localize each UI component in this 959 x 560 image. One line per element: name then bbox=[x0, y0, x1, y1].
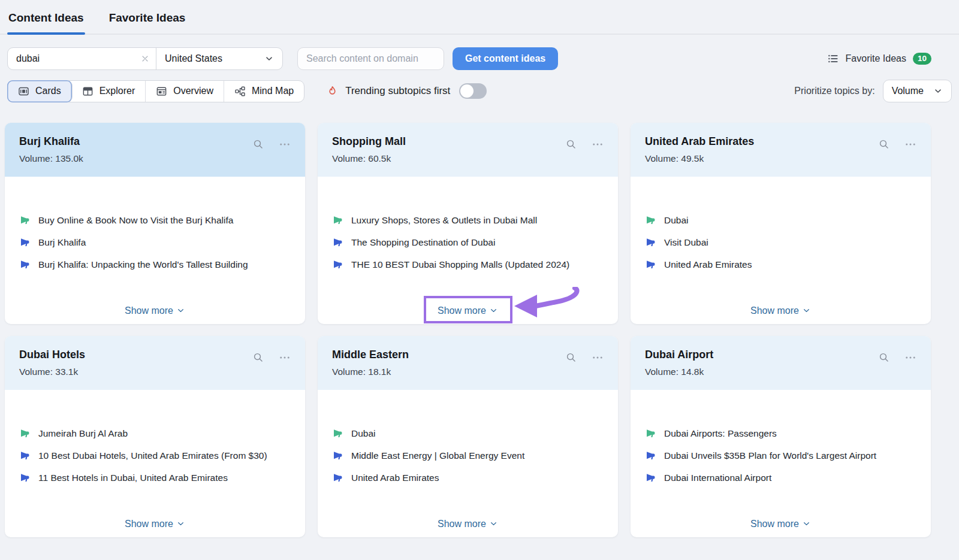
search-icon[interactable] bbox=[879, 139, 890, 150]
headline-text: Burj Khalifa: Unpacking the World's Tall… bbox=[38, 258, 248, 271]
headline-item[interactable]: Burj Khalifa: Unpacking the World's Tall… bbox=[19, 258, 291, 271]
headline-item[interactable]: Burj Khalifa bbox=[19, 236, 291, 249]
headline-item[interactable]: Dubai Airports: Passengers bbox=[645, 427, 916, 440]
view-cards-label: Cards bbox=[35, 86, 61, 96]
show-more-link[interactable]: Show more bbox=[631, 519, 931, 529]
mindmap-view-icon bbox=[234, 86, 246, 97]
favorites-list-icon bbox=[827, 53, 839, 65]
megaphone-icon bbox=[19, 450, 30, 461]
megaphone-icon bbox=[19, 215, 30, 226]
view-overview[interactable]: Overview bbox=[146, 81, 224, 102]
search-icon[interactable] bbox=[566, 352, 577, 364]
cards-view-icon bbox=[18, 86, 29, 97]
headline-text: Luxury Shops, Stores & Outlets in Dubai … bbox=[351, 214, 537, 227]
more-options-icon[interactable] bbox=[592, 352, 604, 364]
headline-item[interactable]: Jumeirah Burj Al Arab bbox=[19, 427, 291, 440]
more-options-icon[interactable] bbox=[904, 138, 916, 150]
headline-item[interactable]: 11 Best Hotels in Dubai, United Arab Emi… bbox=[19, 471, 291, 485]
domain-search-input[interactable] bbox=[297, 47, 444, 70]
topic-search-input[interactable] bbox=[16, 53, 140, 64]
chevron-down-icon bbox=[176, 519, 185, 528]
show-more-link[interactable]: Show more bbox=[318, 519, 618, 529]
headline-item[interactable]: Buy Online & Book Now to Visit the Burj … bbox=[19, 214, 291, 227]
show-more-label: Show more bbox=[438, 305, 486, 316]
card-body: Dubai Airports: Passengers Dubai Unveils… bbox=[631, 390, 931, 485]
card-volume: Volume: 60.5k bbox=[332, 153, 604, 164]
more-options-icon[interactable] bbox=[592, 138, 604, 150]
headline-item[interactable]: THE 10 BEST Dubai Shopping Malls (Update… bbox=[332, 258, 604, 271]
megaphone-icon bbox=[332, 473, 343, 483]
chevron-down-icon bbox=[802, 306, 811, 315]
show-more-label: Show more bbox=[750, 519, 799, 529]
megaphone-icon bbox=[19, 428, 30, 439]
view-switcher: Cards Explorer Overview Mind Map bbox=[7, 80, 304, 102]
megaphone-icon bbox=[645, 450, 656, 461]
card-header-icons bbox=[879, 138, 916, 150]
headline-item[interactable]: Luxury Shops, Stores & Outlets in Dubai … bbox=[332, 214, 604, 227]
headline-item[interactable]: 10 Best Dubai Hotels, United Arab Emirat… bbox=[19, 449, 291, 462]
headline-item[interactable]: Dubai Unveils $35B Plan for World's Larg… bbox=[645, 449, 916, 462]
megaphone-icon bbox=[19, 237, 30, 248]
search-icon[interactable] bbox=[253, 352, 264, 364]
explorer-view-icon bbox=[82, 86, 94, 97]
get-content-ideas-button[interactable]: Get content ideas bbox=[453, 47, 558, 70]
card-body: Luxury Shops, Stores & Outlets in Dubai … bbox=[318, 177, 618, 271]
topic-card-united-arab-emirates: United Arab Emirates Volume: 49.5k Dubai… bbox=[631, 123, 931, 324]
headline-item[interactable]: Dubai bbox=[645, 214, 916, 227]
headline-item[interactable]: Visit Dubai bbox=[645, 236, 916, 249]
headline-item[interactable]: Middle East Energy | Global Energy Event bbox=[332, 449, 604, 462]
card-volume: Volume: 18.1k bbox=[332, 367, 604, 377]
favorite-ideas-shortcut[interactable]: Favorite Ideas 10 bbox=[827, 53, 952, 65]
show-more-link[interactable]: Show more bbox=[5, 305, 305, 316]
prioritize-select[interactable]: Volume bbox=[883, 80, 952, 102]
headline-text: 10 Best Dubai Hotels, United Arab Emirat… bbox=[38, 449, 267, 462]
show-more-link[interactable]: Show more bbox=[318, 305, 618, 316]
headline-text: Dubai bbox=[664, 214, 689, 227]
tab-content-ideas[interactable]: Content Ideas bbox=[7, 0, 85, 34]
headline-item[interactable]: The Shopping Destination of Dubai bbox=[332, 236, 604, 249]
prioritize-control: Prioritize topics by: Volume bbox=[794, 80, 952, 102]
flame-icon bbox=[326, 85, 339, 98]
tab-favorite-ideas[interactable]: Favorite Ideas bbox=[108, 0, 187, 34]
card-header-icons bbox=[879, 352, 916, 364]
search-row: United States Get content ideas Favorite… bbox=[7, 47, 952, 70]
show-more-label: Show more bbox=[750, 305, 799, 316]
topic-cards-grid: Burj Khalifa Volume: 135.0k Buy Online &… bbox=[5, 123, 959, 537]
show-more-label: Show more bbox=[438, 519, 486, 529]
megaphone-icon bbox=[645, 428, 656, 439]
toggle-knob bbox=[460, 84, 474, 98]
region-select-value: United States bbox=[165, 53, 222, 64]
megaphone-icon bbox=[332, 450, 343, 461]
view-cards[interactable]: Cards bbox=[7, 80, 73, 102]
clear-search-icon[interactable] bbox=[140, 54, 150, 63]
card-volume: Volume: 135.0k bbox=[19, 153, 291, 164]
search-icon[interactable] bbox=[879, 352, 890, 364]
region-select[interactable]: United States bbox=[156, 48, 282, 69]
view-explorer[interactable]: Explorer bbox=[72, 81, 146, 102]
more-options-icon[interactable] bbox=[279, 352, 291, 364]
more-options-icon[interactable] bbox=[279, 138, 291, 150]
headline-item[interactable]: Dubai bbox=[332, 427, 604, 440]
show-more-link[interactable]: Show more bbox=[5, 519, 305, 529]
headline-text: Middle East Energy | Global Energy Event bbox=[351, 449, 524, 462]
headline-item[interactable]: United Arab Emirates bbox=[645, 258, 916, 271]
card-body: Dubai Middle East Energy | Global Energy… bbox=[318, 390, 618, 485]
show-more-link[interactable]: Show more bbox=[631, 305, 931, 316]
headline-text: Dubai Unveils $35B Plan for World's Larg… bbox=[664, 449, 876, 462]
annotation-arrow-icon bbox=[512, 287, 586, 322]
trending-subtopics-label: Trending subtopics first bbox=[345, 85, 450, 97]
topic-card-burj-khalifa: Burj Khalifa Volume: 135.0k Buy Online &… bbox=[5, 123, 305, 324]
megaphone-icon bbox=[19, 473, 30, 483]
megaphone-icon bbox=[332, 259, 343, 270]
view-mindmap[interactable]: Mind Map bbox=[224, 81, 304, 102]
trending-subtopics-toggle[interactable] bbox=[459, 83, 487, 99]
more-options-icon[interactable] bbox=[904, 352, 916, 364]
search-icon[interactable] bbox=[253, 139, 264, 150]
headline-item[interactable]: Dubai International Airport bbox=[645, 471, 916, 485]
chevron-down-icon bbox=[264, 54, 274, 63]
search-icon[interactable] bbox=[566, 139, 577, 150]
headline-item[interactable]: United Arab Emirates bbox=[332, 471, 604, 485]
prioritize-select-value: Volume bbox=[892, 86, 924, 96]
view-overview-label: Overview bbox=[173, 86, 213, 96]
headline-text: United Arab Emirates bbox=[351, 471, 439, 485]
